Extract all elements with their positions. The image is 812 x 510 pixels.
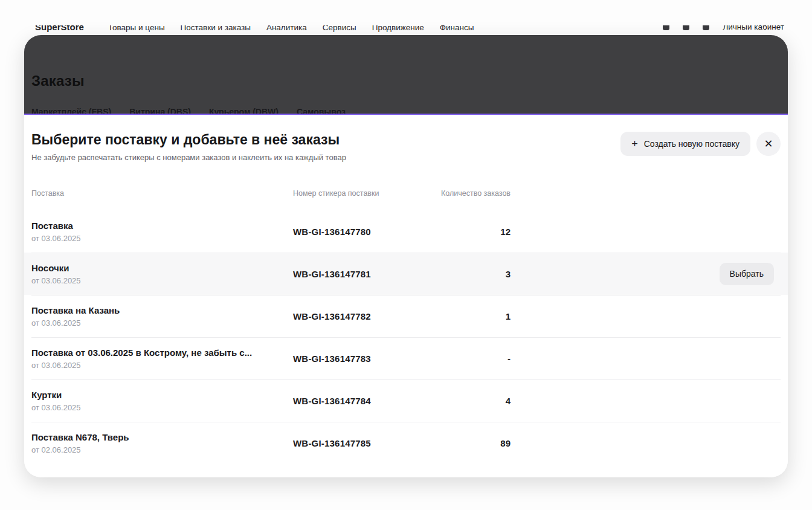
nav-icon-1[interactable] [663, 25, 669, 30]
supply-name: Поставка [31, 220, 285, 231]
orders-count: 89 [436, 438, 511, 448]
table-row[interactable]: Поставка N678, Тверь от 02.06.2025 WB-GI… [24, 422, 788, 464]
supply-date: от 03.06.2025 [31, 233, 293, 244]
orders-count: 1 [436, 311, 511, 321]
supply-name-cell: Куртки от 03.06.2025 [31, 389, 293, 413]
nav-icon-3[interactable] [703, 25, 709, 30]
table-row[interactable]: Поставка от 03.06.2025 WB-GI-136147780 1… [24, 210, 788, 253]
supply-name: Носочки [31, 262, 285, 274]
plus-icon: + [631, 138, 638, 149]
table-row[interactable]: Поставка на Казань от 03.06.2025 WB-GI-1… [24, 295, 788, 337]
close-icon: ✕ [764, 138, 773, 149]
tab-dbs[interactable]: Витрина (DBS) [129, 108, 191, 114]
supply-name-cell: Поставка от 03.06.2025 [31, 220, 293, 244]
supply-name: Поставка на Казань [31, 305, 285, 316]
supply-name-cell: Поставка N678, Тверь от 02.06.2025 [31, 431, 293, 455]
account-label[interactable]: Личный кабинет [723, 25, 784, 31]
sticker-number: WB-GI-136147781 [293, 269, 436, 279]
sticker-number: WB-GI-136147784 [293, 396, 436, 406]
supply-date: от 03.06.2025 [31, 360, 293, 370]
orders-count: 12 [436, 227, 511, 237]
supply-date: от 03.06.2025 [31, 402, 293, 413]
modal-header-text: Выберите поставку и добавьте в неё заказ… [31, 131, 346, 163]
supply-name-cell: Поставка на Казань от 03.06.2025 [31, 305, 293, 328]
top-navigation: SuperStore Товары и цены Поставки и зака… [24, 25, 788, 35]
supply-list: Поставка от 03.06.2025 WB-GI-136147780 1… [24, 210, 788, 464]
orders-count: - [436, 353, 511, 364]
modal-subtitle: Не забудьте распечатать стикеры с номера… [31, 152, 346, 163]
orders-count: 3 [436, 269, 511, 279]
brand-logo[interactable]: SuperStore [35, 25, 84, 32]
close-button[interactable]: ✕ [756, 132, 781, 156]
nav-item-promotion[interactable]: Продвижение [372, 25, 424, 32]
tab-fbs[interactable]: Маркетплейс (FBS) [31, 108, 111, 114]
nav-item-goods[interactable]: Товары и цены [108, 25, 165, 32]
nav-item-analytics[interactable]: Аналитика [266, 25, 307, 32]
supply-date: от 03.06.2025 [31, 318, 293, 328]
nav-icon-2[interactable] [683, 25, 689, 30]
tab-dbw[interactable]: Курьером (DBW) [209, 108, 279, 114]
sticker-number: WB-GI-136147785 [293, 438, 436, 448]
tab-pickup[interactable]: Самовывоз [297, 108, 346, 114]
orders-count: 4 [436, 396, 511, 406]
modal-title: Выберите поставку и добавьте в неё заказ… [31, 131, 346, 149]
supply-date: от 03.06.2025 [31, 276, 293, 286]
nav-item-finance[interactable]: Финансы [440, 25, 474, 32]
supply-name: Поставка от 03.06.2025 в Кострому, не за… [31, 347, 285, 358]
supply-name-cell: Носочки от 03.06.2025 [31, 262, 293, 286]
supply-date: от 02.06.2025 [31, 445, 293, 455]
select-supply-modal: Выберите поставку и добавьте в неё заказ… [24, 114, 788, 477]
column-header-count: Количество заказов [436, 189, 511, 198]
supply-name: Поставка N678, Тверь [31, 431, 285, 443]
table-header: Поставка Номер стикера поставки Количест… [24, 189, 788, 198]
sticker-number: WB-GI-136147783 [293, 353, 436, 364]
table-row[interactable]: Куртки от 03.06.2025 WB-GI-136147784 4 [24, 379, 788, 422]
column-header-sticker: Номер стикера поставки [293, 189, 436, 198]
nav-item-supplies[interactable]: Поставки и заказы [181, 25, 251, 32]
supply-name-cell: Поставка от 03.06.2025 в Кострому, не за… [31, 347, 293, 370]
orders-tabs: Маркетплейс (FBS) Витрина (DBS) Курьером… [31, 108, 781, 114]
table-row[interactable]: Поставка от 03.06.2025 в Кострому, не за… [24, 337, 788, 379]
app-window: Заказы Маркетплейс (FBS) Витрина (DBS) К… [24, 35, 788, 477]
create-supply-button[interactable]: + Создать новую поставку [620, 132, 750, 156]
sticker-number: WB-GI-136147780 [293, 227, 436, 237]
create-supply-label: Создать новую поставку [644, 139, 740, 149]
select-supply-button[interactable]: Выбрать [720, 263, 774, 285]
table-row[interactable]: Носочки от 03.06.2025 WB-GI-136147781 3 … [24, 253, 788, 295]
nav-item-services[interactable]: Сервисы [323, 25, 356, 32]
dimmed-overlay: Заказы Маркетплейс (FBS) Витрина (DBS) К… [24, 35, 788, 114]
column-header-supply: Поставка [31, 189, 293, 198]
supply-name: Куртки [31, 389, 285, 401]
sticker-number: WB-GI-136147782 [293, 311, 436, 321]
page-title: Заказы [31, 73, 85, 89]
